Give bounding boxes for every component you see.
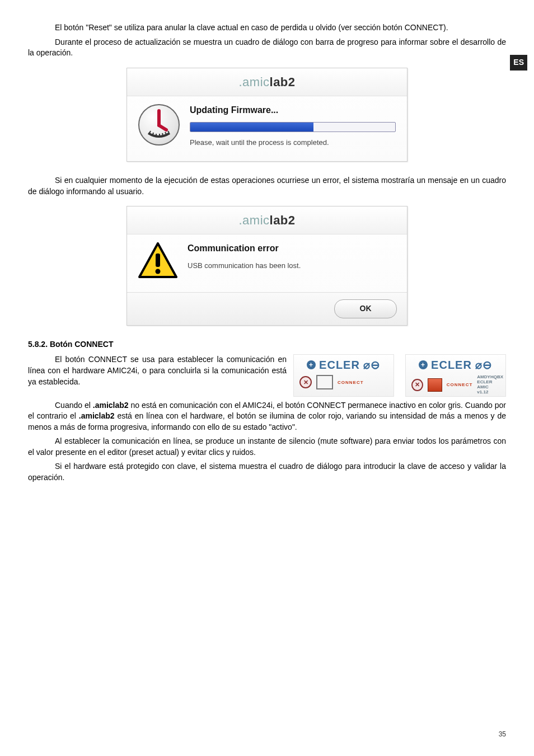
title-amic: .amic	[238, 75, 269, 89]
title-lab2: lab2	[270, 75, 296, 89]
dialog-title: .amiclab2	[127, 206, 407, 234]
brand-glyphs: ⌀⊖	[363, 357, 381, 373]
connect-label: CONNECT	[447, 382, 473, 388]
plus-icon: +	[419, 360, 428, 369]
logo-active: + ECLER⌀⊖ ✕ CONNECT AMDYHQBX ECLER AMIC …	[405, 354, 506, 396]
title-amic: .amic	[238, 213, 269, 227]
updating-firmware-dialog: .amiclab2 Updating Firmware... Please, w…	[127, 68, 407, 162]
warning-icon	[138, 242, 177, 279]
close-icon: ✕	[411, 379, 423, 391]
dialog-footer: OK	[127, 292, 407, 325]
connect-label: CONNECT	[338, 379, 364, 386]
connect-paragraph-3: Al establecer la comunicación en línea, …	[28, 436, 506, 458]
brand-text: ECLER	[319, 357, 360, 373]
mid-paragraph: Si en cualquier momento de la ejecución …	[28, 175, 506, 197]
logo-inactive: + ECLER⌀⊖ ✕ CONNECT	[293, 354, 394, 396]
dialog-heading: Updating Firmware...	[190, 104, 396, 116]
connect-logos: + ECLER⌀⊖ ✕ CONNECT + ECLER⌀⊖ ✕ CONNECT …	[293, 354, 506, 396]
dialog-subtext: USB communication has been lost.	[188, 261, 396, 271]
svg-rect-8	[156, 253, 160, 267]
close-icon: ✕	[299, 376, 312, 388]
logo-meta: AMDYHQBX ECLER AMIC v1.12	[477, 375, 503, 395]
brand-glyphs: ⌀⊖	[475, 357, 493, 373]
status-square-red	[428, 378, 442, 392]
connect-paragraph-4: Si el hardware está protegido con clave,…	[28, 461, 506, 483]
title-lab2: lab2	[270, 213, 296, 227]
svg-point-9	[156, 269, 161, 274]
brand-text: ECLER	[431, 357, 472, 373]
section-heading: 5.8.2. Botón CONNECT	[28, 339, 506, 350]
dialog-title: .amiclab2	[127, 68, 407, 96]
progress-bar-fill	[190, 123, 313, 132]
ok-button[interactable]: OK	[334, 299, 397, 318]
svg-line-1	[153, 133, 153, 135]
comm-error-dialog: .amiclab2 Communication error USB commun…	[127, 206, 407, 325]
connect-paragraph-2: Cuando el .amiclab2 no está en comunicac…	[28, 400, 506, 433]
svg-line-4	[162, 133, 163, 135]
svg-line-5	[165, 132, 166, 134]
page-number: 35	[499, 730, 506, 739]
dialog-subtext: Please, wait until the process is comple…	[190, 138, 396, 148]
svg-line-0	[149, 131, 151, 133]
dialog-heading: Communication error	[188, 242, 396, 255]
intro-paragraph-1: El botón "Reset" se utiliza para anular …	[28, 22, 506, 34]
language-badge: ES	[510, 55, 527, 71]
gauge-icon	[138, 104, 180, 145]
status-square-gray	[316, 375, 333, 389]
progress-bar	[190, 122, 396, 132]
plus-icon: +	[307, 360, 316, 369]
intro-paragraph-2: Durante el proceso de actualización se m…	[28, 37, 506, 59]
svg-line-6	[168, 131, 169, 133]
